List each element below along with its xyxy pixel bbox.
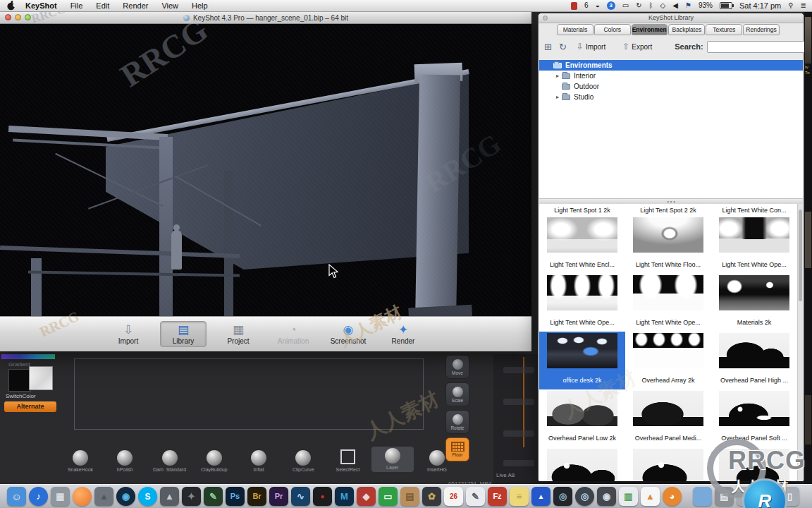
brush-button[interactable]: hPolish	[104, 450, 146, 472]
environment-item[interactable]: office desk 2k	[539, 332, 625, 389]
alternate-button[interactable]: Alternate	[4, 401, 56, 412]
library-tab[interactable]: Renderings	[743, 24, 780, 35]
color-swatch-black[interactable]	[8, 369, 31, 392]
status-icon[interactable]: 3	[607, 1, 615, 10]
viewport-3d[interactable]	[0, 24, 531, 316]
dock-icon[interactable]: ▥	[619, 487, 638, 506]
dock-icon[interactable]: S	[138, 487, 157, 506]
keyshot-titlebar[interactable]: KeyShot 4.3 Pro — hanger_scene_01.bip – …	[0, 12, 531, 24]
dock-icon[interactable]: ▲	[531, 487, 550, 506]
disclosure-icon[interactable]: ▸	[553, 94, 562, 100]
color-swatch-white[interactable]	[29, 366, 53, 390]
environment-item[interactable]: Light Tent Spot 2 2k	[625, 205, 711, 216]
brush-button[interactable]: ClayBuildup	[193, 450, 235, 472]
dock-icon[interactable]: ▤	[715, 487, 734, 506]
menu-item[interactable]: KeyShot	[25, 1, 57, 10]
dock-icon[interactable]	[73, 487, 92, 506]
brush-button[interactable]: Layer	[371, 447, 414, 472]
dock-icon[interactable]: ✿	[422, 487, 441, 506]
status-icon[interactable]: ⚑	[685, 1, 691, 11]
status-icon[interactable]	[720, 2, 732, 9]
dock-icon[interactable]: ☺	[7, 487, 26, 506]
tree-item[interactable]: Environments	[539, 60, 803, 71]
environment-item[interactable]: Overhead Panel Soft ...	[711, 389, 797, 447]
dock-icon[interactable]: ◆	[357, 487, 376, 506]
environment-item[interactable]: Light Tent White Encl...	[539, 216, 625, 274]
dock-icon[interactable]: Ps	[226, 487, 245, 506]
menu-item[interactable]: View	[161, 1, 178, 10]
dock-icon[interactable]: ▥	[737, 487, 756, 506]
library-tab[interactable]: Colors	[594, 24, 631, 35]
dock-icon[interactable]: ▯	[780, 487, 799, 506]
tree-item[interactable]: Outdoor	[539, 81, 803, 92]
status-icon[interactable]: ◇	[660, 1, 666, 11]
gradient-strip[interactable]	[1, 354, 55, 359]
toolbar-button[interactable]: ▤ Library	[160, 321, 207, 347]
environment-item[interactable]: Light Tent White Con...	[711, 205, 797, 216]
toolbar-button[interactable]: ▦ Project	[215, 321, 262, 347]
apple-menu-icon[interactable]	[7, 1, 16, 11]
scrollbar-thumb[interactable]	[799, 210, 802, 301]
status-icon[interactable]: ≣	[801, 1, 806, 11]
brush-button[interactable]: Dam_Standard	[149, 450, 191, 472]
status-icon[interactable]: ◒	[596, 1, 600, 11]
close-button[interactable]	[5, 14, 11, 20]
status-icon[interactable]: ◀	[672, 1, 678, 11]
dock-icon[interactable]: ✦	[182, 487, 201, 506]
dock-icon[interactable]: ▲	[94, 487, 113, 506]
dock-icon[interactable]: ▭	[379, 487, 398, 506]
toolbar-button[interactable]: ◔ Animation	[270, 321, 316, 347]
dock-icon[interactable]: ≡	[510, 487, 529, 506]
grid-scrollbar[interactable]	[797, 204, 803, 481]
disclosure-icon[interactable]: ▸	[553, 73, 562, 79]
brush-button[interactable]: SnakeHook	[59, 450, 102, 472]
environment-item[interactable]: Light Tent White Ope...	[625, 274, 711, 332]
zbrush-tool-button[interactable]: Scale	[445, 382, 469, 406]
status-icon[interactable]: ⚲	[788, 1, 793, 11]
environment-item[interactable]: Overhead Panel High ...	[711, 332, 797, 389]
status-icon[interactable]: 93%	[699, 1, 713, 11]
environment-item[interactable]: Light Tent White Floo...	[625, 216, 711, 274]
dock-icon[interactable]: ◕	[663, 487, 682, 506]
status-icon[interactable]: ▭	[622, 1, 629, 11]
status-icon[interactable]: 6	[584, 1, 589, 11]
dock-icon[interactable]: Pr	[269, 487, 288, 506]
menu-item[interactable]: Help	[192, 1, 208, 10]
dock-icon[interactable]: ●	[313, 487, 332, 506]
menu-item[interactable]: Render	[123, 1, 148, 10]
status-icon[interactable]: ᛒ	[649, 1, 653, 11]
environment-item[interactable]	[539, 447, 625, 481]
library-tab[interactable]: Textures	[706, 24, 742, 35]
minimize-button[interactable]	[15, 14, 21, 20]
toolbar-button[interactable]: ◉ Screenshot	[325, 321, 371, 347]
zbrush-tool-button[interactable]: Floor	[445, 437, 469, 461]
dock-icon[interactable]: ▦	[51, 487, 70, 506]
dock-icon[interactable]	[693, 487, 712, 506]
environment-item[interactable]	[711, 447, 797, 481]
library-tab[interactable]: Backplates	[668, 24, 705, 35]
dock-icon[interactable]: ▦	[758, 487, 777, 506]
dock-icon[interactable]: ♪	[29, 487, 48, 506]
zbrush-tool-button[interactable]: Rotate	[445, 410, 469, 434]
dock-icon[interactable]: ▲	[160, 487, 179, 506]
dock-icon[interactable]: ▤	[400, 487, 419, 506]
environment-item[interactable]: Overhead Panel Medi...	[625, 389, 711, 447]
library-titlebar[interactable]: KeyShot Library	[539, 13, 804, 23]
dock-icon[interactable]: Fz	[488, 487, 507, 506]
switch-color-button[interactable]: SwitchColor	[6, 393, 36, 399]
library-tab[interactable]: Materials	[557, 24, 593, 35]
brush-button[interactable]: Inflat	[238, 450, 280, 472]
environment-item[interactable]	[625, 447, 711, 481]
dock-icon[interactable]: M	[335, 487, 354, 506]
search-input[interactable]	[707, 41, 806, 53]
export-button[interactable]: ⇧ Export	[622, 42, 652, 52]
dock-icon[interactable]: 26	[444, 487, 463, 506]
dock-icon[interactable]: Br	[247, 487, 266, 506]
status-icon[interactable]	[571, 2, 577, 10]
tree-item[interactable]: ▸ Interior	[539, 71, 803, 81]
status-icon[interactable]: Sat 4:17 pm	[739, 1, 781, 11]
toolbar-button[interactable]: ✦ Render	[380, 321, 426, 347]
dock-icon[interactable]: ◉	[597, 487, 616, 506]
menu-item[interactable]: File	[70, 1, 83, 10]
brush-button[interactable]: ClipCurve	[282, 450, 324, 472]
